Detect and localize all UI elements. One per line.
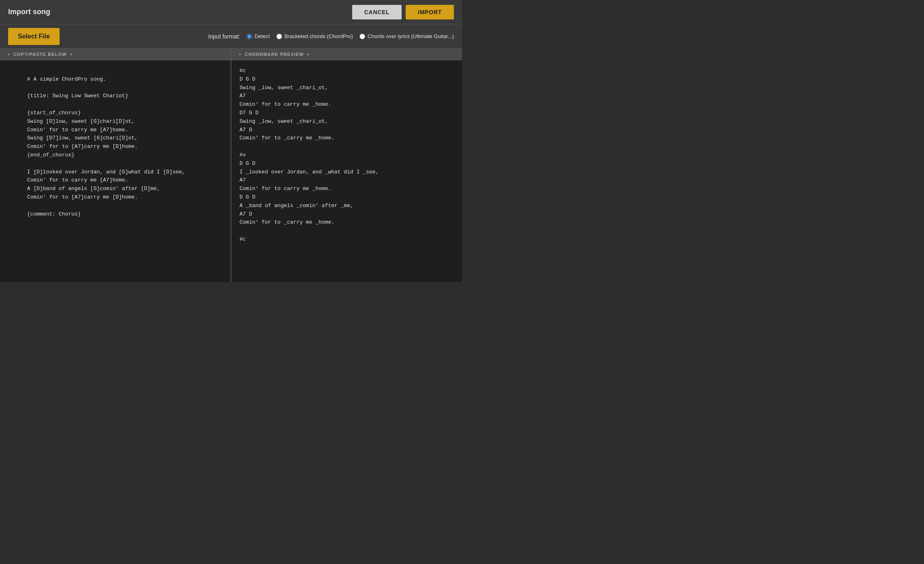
cancel-button[interactable]: CANCEL xyxy=(352,5,402,19)
radio-bracketed-label: Bracketed chords (ChordPro) xyxy=(284,33,353,39)
input-format-label: Input format: xyxy=(208,33,240,40)
radio-detect-label: Detect xyxy=(255,33,270,39)
dialog-title: Import song xyxy=(8,8,50,16)
radio-bracketed[interactable]: Bracketed chords (ChordPro) xyxy=(276,33,353,39)
right-panel-arrow-left: ▼ xyxy=(238,52,242,57)
radio-detect-input[interactable] xyxy=(246,34,252,39)
toolbar: Select File Input format: Detect Bracket… xyxy=(0,24,462,49)
main-content: ▼ COPY/PASTE BELOW ▼ # A simple ChordPro… xyxy=(0,49,462,282)
left-panel-textarea[interactable]: # A simple ChordPro song. {title: Swing … xyxy=(27,75,231,282)
left-panel-arrow-left: ▼ xyxy=(6,52,11,57)
radio-chords-over-label: Chords over lyrics (Ultimate Guitar...) xyxy=(368,33,454,39)
right-panel-arrow-right: ▼ xyxy=(306,52,311,57)
radio-chords-over-input[interactable] xyxy=(359,34,365,39)
left-panel-content[interactable]: # A simple ChordPro song. {title: Swing … xyxy=(0,60,231,282)
right-panel-title: CHORDMARK PREVIEW xyxy=(245,52,304,57)
right-panel: ▼ CHORDMARK PREVIEW ▼ #c D G D Swing _lo… xyxy=(231,49,462,282)
radio-bracketed-input[interactable] xyxy=(276,34,282,39)
input-format-group: Input format: Detect Bracketed chords (C… xyxy=(208,33,454,40)
import-button[interactable]: IMPORT xyxy=(406,5,454,19)
radio-detect[interactable]: Detect xyxy=(246,33,270,39)
left-panel: ▼ COPY/PASTE BELOW ▼ # A simple ChordPro… xyxy=(0,49,231,282)
left-panel-arrow-right: ▼ xyxy=(69,52,74,57)
header-buttons: CANCEL IMPORT xyxy=(352,5,454,19)
header: Import song CANCEL IMPORT xyxy=(0,0,462,24)
right-panel-header: ▼ CHORDMARK PREVIEW ▼ xyxy=(231,49,462,60)
left-panel-header: ▼ COPY/PASTE BELOW ▼ xyxy=(0,49,231,60)
select-file-button[interactable]: Select File xyxy=(8,28,60,45)
radio-chords-over[interactable]: Chords over lyrics (Ultimate Guitar...) xyxy=(359,33,454,39)
left-panel-title: COPY/PASTE BELOW xyxy=(13,52,67,57)
right-panel-content: #c D G D Swing _low, sweet _chari_ot, A7… xyxy=(231,60,462,282)
